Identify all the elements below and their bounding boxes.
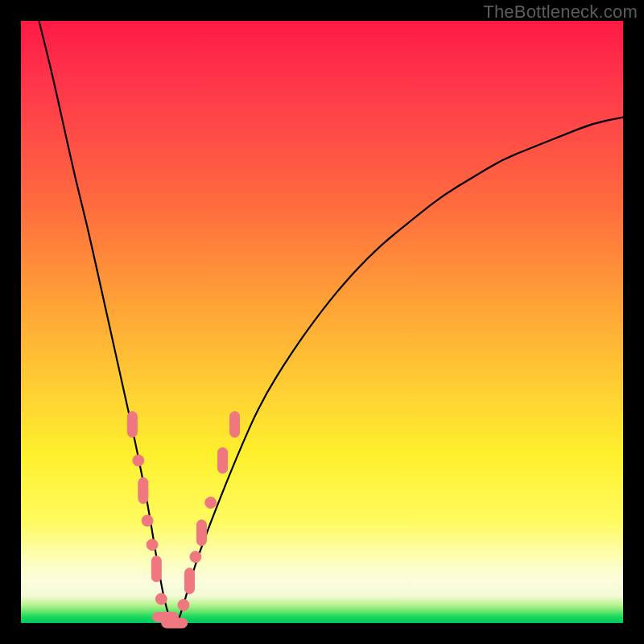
curve-marker [190,551,201,563]
curve-marker [151,556,161,582]
curve-marker [178,600,189,611]
curve-marker [133,455,144,466]
bottleneck-curve [39,21,623,623]
curve-marker [162,618,188,628]
curve-marker [138,477,148,503]
chart-frame: TheBottleneck.com [0,0,644,644]
bottleneck-curve-svg [21,21,623,623]
curve-marker [142,515,153,526]
curve-marker [147,539,158,551]
curve-marker [205,497,217,508]
curve-marker [196,520,206,546]
curve-marker [184,568,194,594]
marker-layer [127,411,239,628]
curve-marker [155,593,167,605]
curve-marker [218,448,228,473]
plot-area [21,21,623,623]
watermark-text: TheBottleneck.com [483,2,638,23]
curve-marker [230,411,240,437]
curve-marker [127,411,137,437]
